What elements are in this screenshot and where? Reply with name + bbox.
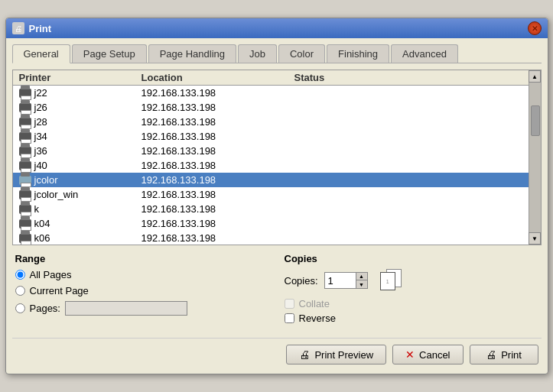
dialog-content: General Page Setup Page Handling Job Col… [6,38,548,374]
table-row[interactable]: k06 192.168.133.198 [13,231,529,245]
all-pages-radio[interactable] [15,270,25,280]
scroll-track[interactable] [529,83,541,232]
cancel-icon: ✕ [405,348,415,361]
printer-name: k [19,203,142,215]
printer-name: j36 [19,145,142,157]
printer-title-icon: 🖨 [12,22,24,34]
current-page-row: Current Page [15,285,269,296]
tab-page-setup[interactable]: Page Setup [72,44,147,63]
tab-advanced[interactable]: Advanced [391,44,458,63]
button-bar: 🖨 Print Preview ✕ Cancel 🖨 Print [12,338,542,368]
printer-name: k04 [19,218,142,229]
printer-row-icon [19,219,31,228]
printer-name: j28 [19,116,142,128]
reverse-label: Reverse [299,313,336,324]
collate-checkbox[interactable] [285,299,294,309]
printer-row-icon [19,103,31,112]
table-row[interactable]: j28 192.168.133.198 [13,115,529,129]
page-front-icon: 1 [380,272,395,290]
printer-name: j22 [19,87,142,99]
tab-color[interactable]: Color [278,44,325,63]
printer-list-container: Printer Location Status j22 192.168.133.… [12,70,542,245]
tab-page-handling[interactable]: Page Handling [148,44,236,63]
pages-row: Pages: [15,301,269,316]
copies-spinner: ▲ ▼ [356,273,367,288]
pages-radio[interactable] [15,303,25,313]
tab-finishing[interactable]: Finishing [327,44,389,63]
printer-row-icon [19,234,31,243]
header-printer: Printer [19,72,142,83]
scroll-thumb[interactable] [531,105,540,136]
print-icon: 🖨 [486,348,496,361]
scroll-down-button[interactable]: ▼ [529,232,541,245]
print-preview-icon: 🖨 [299,348,310,361]
printer-name: k06 [19,232,142,244]
cancel-button[interactable]: ✕ Cancel [392,345,463,364]
print-button[interactable]: 🖨 Print [470,345,538,364]
copies-input-wrapper: ▲ ▼ [324,272,368,289]
tab-job[interactable]: Job [238,44,277,63]
reverse-checkbox[interactable] [285,313,294,323]
table-row[interactable]: j34 192.168.133.198 [13,129,529,144]
pages-label[interactable]: Pages: [30,303,60,314]
collate-label: Collate [299,298,330,309]
printer-row-icon [19,147,31,156]
printer-row-icon [19,205,31,214]
header-status: Status [294,72,447,83]
reverse-row: Reverse [285,313,538,324]
collate-row: Collate [285,298,538,309]
copies-label: Copies: [285,275,318,287]
table-header: Printer Location Status [13,70,529,86]
all-pages-label[interactable]: All Pages [30,269,72,280]
options-section: Range All Pages Current Page Pages: Copi… [12,253,542,327]
header-location: Location [142,72,294,83]
table-row[interactable]: k04 192.168.133.198 [13,216,529,231]
scroll-up-button[interactable]: ▲ [529,70,541,83]
copies-increment-button[interactable]: ▲ [356,273,367,280]
table-row[interactable]: j40 192.168.133.198 [13,158,529,173]
copies-section: Copies Copies: ▲ ▼ 2 1 [285,253,538,327]
all-pages-row: All Pages [15,269,269,280]
table-row[interactable]: j26 192.168.133.198 [13,100,529,115]
table-row[interactable]: k 192.168.133.198 [13,202,529,216]
printer-name: j40 [19,160,142,171]
printer-row-icon [19,190,31,199]
table-row[interactable]: jcolor_win 192.168.133.198 [13,187,529,202]
table-row[interactable]: j22 192.168.133.198 [13,86,529,100]
print-dialog: 🖨 Print ✕ General Page Setup Page Handli… [5,18,548,374]
print-preview-button[interactable]: 🖨 Print Preview [286,345,386,364]
pages-input[interactable] [65,301,187,316]
current-page-radio[interactable] [15,286,25,296]
printer-name: jcolor [19,174,142,186]
table-row-selected[interactable]: jcolor 192.168.133.198 [13,173,529,187]
printer-name: j26 [19,102,142,113]
copies-decrement-button[interactable]: ▼ [356,280,367,288]
printer-row-icon [19,161,31,170]
table-row[interactable]: j36 192.168.133.198 [13,144,529,158]
title-bar: 🖨 Print ✕ [6,18,548,38]
printer-name: j34 [19,131,142,142]
printer-row-icon [19,89,31,98]
printer-name: jcolor_win [19,189,142,200]
range-section: Range All Pages Current Page Pages: [15,253,269,327]
scrollbar[interactable]: ▲ ▼ [529,70,541,245]
range-title: Range [15,253,269,264]
close-button[interactable]: ✕ [528,21,542,35]
collate-icon: 2 1 [380,269,405,292]
printer-row-icon [19,118,31,127]
current-page-label[interactable]: Current Page [30,285,89,296]
printer-row-icon [19,176,31,185]
copies-row: Copies: ▲ ▼ 2 1 [285,269,538,292]
window-title: Print [29,23,523,34]
copies-title: Copies [285,253,538,264]
printer-table[interactable]: Printer Location Status j22 192.168.133.… [13,70,529,245]
tab-general[interactable]: General [12,44,70,63]
copies-input[interactable] [325,273,356,288]
tab-bar: General Page Setup Page Handling Job Col… [12,44,542,63]
printer-row-icon [19,132,31,141]
